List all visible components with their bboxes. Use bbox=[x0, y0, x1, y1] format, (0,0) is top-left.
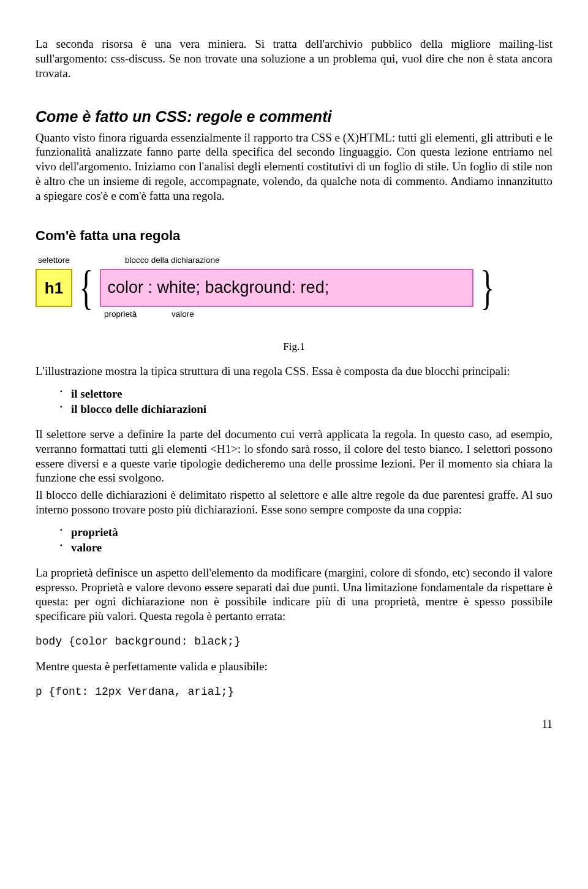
code-example-invalid: body {color background: black;} bbox=[36, 635, 552, 649]
paragraph-valid-intro: Mentre questa è perfettamente valida e p… bbox=[36, 659, 552, 674]
diagram-declaration-box: color : white; background: red; bbox=[100, 269, 473, 307]
bullet-list-blocks: il selettore il blocco delle dichiarazio… bbox=[36, 386, 552, 417]
paragraph-after-figure: L'illustrazione mostra la tipica struttu… bbox=[36, 364, 552, 379]
paragraph-selettore: Il selettore serve a definire la parte d… bbox=[36, 427, 552, 485]
section1-body: Quanto visto finora riguarda essenzialme… bbox=[36, 131, 552, 203]
diagram-label-proprieta: proprietà bbox=[104, 309, 137, 320]
intro-paragraph: La seconda risorsa è una vera miniera. S… bbox=[36, 37, 552, 80]
list-item: valore bbox=[60, 540, 552, 556]
section-title-css-rules: Come è fatto un CSS: regole e commenti bbox=[36, 107, 552, 126]
bullet-list-pair: proprietà valore bbox=[36, 524, 552, 556]
figure-caption: Fig.1 bbox=[36, 340, 552, 353]
diagram-label-selettore: selettore bbox=[38, 255, 70, 266]
list-item: il selettore bbox=[60, 386, 552, 402]
diagram-close-brace-icon: } bbox=[479, 269, 496, 307]
code-example-valid: p {font: 12px Verdana, arial;} bbox=[36, 685, 552, 699]
diagram-label-valore: valore bbox=[172, 309, 194, 320]
list-item: proprietà bbox=[60, 524, 552, 540]
list-item: il blocco delle dichiarazioni bbox=[60, 401, 552, 417]
diagram-open-brace-icon: { bbox=[78, 269, 94, 307]
page-number: 11 bbox=[36, 717, 552, 732]
paragraph-proprieta: La proprietà definisce un aspetto dell'e… bbox=[36, 566, 552, 624]
css-rule-diagram: selettore blocco della dichiarazione h1 … bbox=[36, 255, 552, 323]
diagram-label-blocco: blocco della dichiarazione bbox=[125, 255, 220, 266]
diagram-selector-box: h1 bbox=[36, 269, 72, 307]
paragraph-blocco: Il blocco delle dichiarazioni è delimita… bbox=[36, 488, 552, 517]
section-title-rule-structure: Com'è fatta una regola bbox=[36, 227, 552, 244]
